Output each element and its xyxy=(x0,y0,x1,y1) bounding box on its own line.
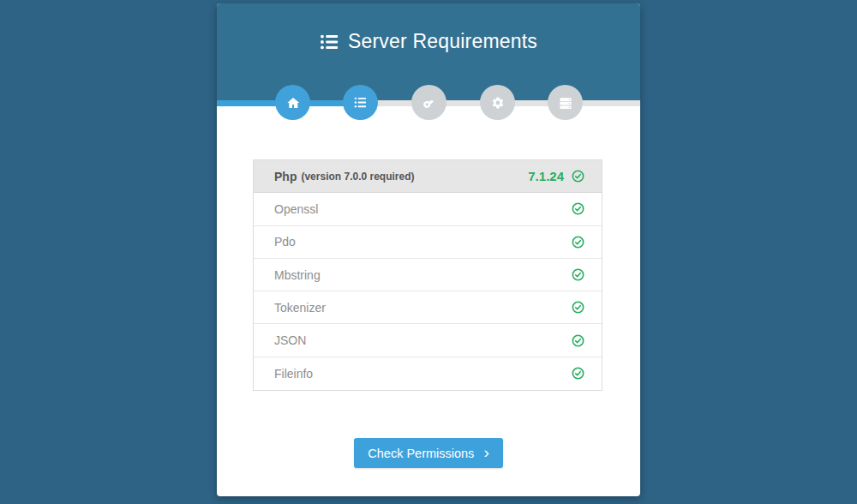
requirement-row: Fileinfo xyxy=(254,357,602,390)
check-circle-icon xyxy=(572,367,584,380)
check-circle-icon xyxy=(572,268,584,281)
step-requirements[interactable] xyxy=(343,85,378,120)
requirement-row-php: Php (version 7.0.0 required) 7.1.24 xyxy=(254,160,602,193)
step-environment[interactable] xyxy=(480,85,515,120)
installer-card: Server Requirements xyxy=(217,3,640,496)
requirement-row: JSON xyxy=(254,324,602,357)
check-circle-icon xyxy=(572,301,584,314)
step-welcome[interactable] xyxy=(275,85,310,120)
server-icon xyxy=(559,96,572,110)
gear-icon xyxy=(491,96,505,110)
check-circle-icon xyxy=(572,202,584,215)
extension-label: Tokenizer xyxy=(274,301,326,315)
page-title: Server Requirements xyxy=(348,30,537,53)
check-circle-icon xyxy=(572,170,584,183)
extension-label: Mbstring xyxy=(274,268,321,282)
key-icon xyxy=(419,93,438,111)
requirement-row: Pdo xyxy=(254,226,602,259)
step-permissions[interactable] xyxy=(411,85,446,120)
extension-label: Pdo xyxy=(274,235,296,249)
check-permissions-button[interactable]: Check Permissions › xyxy=(354,438,503,468)
requirement-row: Openssl xyxy=(254,193,602,225)
check-circle-icon xyxy=(572,236,584,249)
check-circle-icon xyxy=(572,334,584,347)
php-version-value: 7.1.24 xyxy=(528,169,564,183)
requirement-row: Tokenizer xyxy=(254,291,602,324)
requirement-row: Mbstring xyxy=(254,259,602,291)
chevron-right-icon: › xyxy=(483,444,488,460)
list-icon xyxy=(354,96,367,109)
extension-label: Openssl xyxy=(274,202,318,216)
check-permissions-label: Check Permissions xyxy=(368,447,474,460)
list-icon xyxy=(320,33,339,51)
requirements-panel: Php (version 7.0.0 required) 7.1.24 Open… xyxy=(253,159,602,391)
home-icon xyxy=(286,96,300,110)
php-version-note: (version 7.0.0 required) xyxy=(301,171,414,183)
php-label: Php xyxy=(274,170,297,183)
extension-label: JSON xyxy=(274,333,306,347)
step-database[interactable] xyxy=(548,85,583,120)
extension-label: Fileinfo xyxy=(274,367,313,381)
